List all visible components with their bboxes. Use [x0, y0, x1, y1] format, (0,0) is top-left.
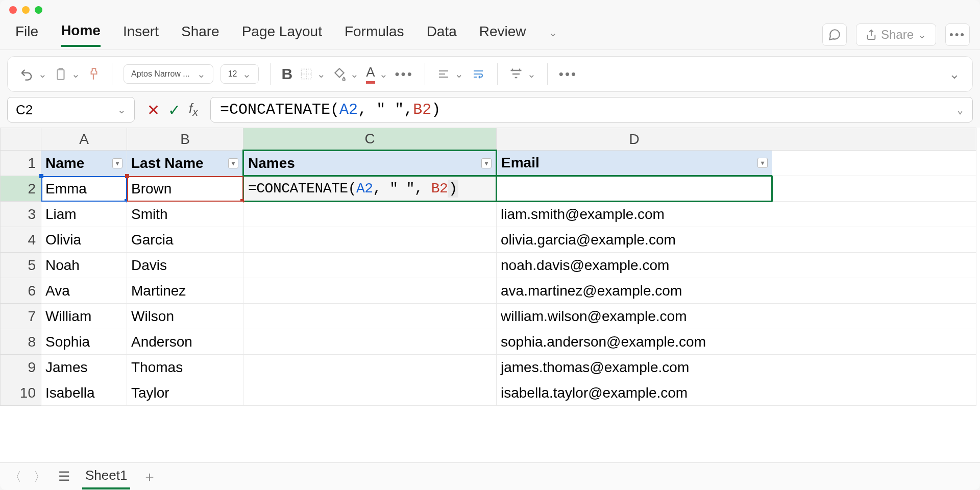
fx-icon[interactable]: fx — [189, 101, 198, 119]
sheet-list-button[interactable]: ☰ — [58, 469, 70, 484]
font-color-button[interactable]: A ⌄ — [366, 64, 387, 84]
cell-D7[interactable]: william.wilson@example.com — [497, 304, 772, 329]
row-header-10[interactable]: 10 — [1, 380, 41, 406]
cell-A1[interactable]: Name▾ — [41, 151, 127, 176]
cell-E4[interactable] — [772, 227, 976, 253]
fill-color-button[interactable]: ⌄ — [333, 67, 359, 81]
row-header-2[interactable]: 2 — [1, 176, 41, 202]
cell-E8[interactable] — [772, 329, 976, 355]
row-header-5[interactable]: 5 — [1, 253, 41, 278]
add-sheet-button[interactable]: ＋ — [142, 467, 157, 486]
cell-A6[interactable]: Ava — [41, 278, 127, 304]
col-header-E[interactable] — [772, 128, 976, 151]
borders-button[interactable]: ⌄ — [300, 67, 326, 81]
row-header-7[interactable]: 7 — [1, 304, 41, 329]
menu-insert[interactable]: Insert — [123, 23, 159, 46]
cell-C10[interactable] — [243, 380, 497, 406]
cell-C2[interactable]: =CONCATENATE(A2, " ", B2) — [243, 176, 497, 202]
cell-D2[interactable] — [497, 176, 772, 202]
format-painter-button[interactable] — [87, 66, 101, 82]
font-selector[interactable]: Aptos Narrow ... ⌄ — [124, 64, 213, 84]
sheet-nav-next[interactable]: 〉 — [34, 469, 46, 485]
cell-B2[interactable]: Brown — [127, 176, 243, 202]
font-more-button[interactable]: ••• — [395, 66, 413, 82]
formula-expand-button[interactable]: ⌄ — [957, 104, 963, 116]
cell-A3[interactable]: Liam — [41, 202, 127, 227]
cell-C1[interactable]: Names▾ — [243, 151, 497, 176]
cell-E1[interactable] — [772, 151, 976, 176]
menu-home[interactable]: Home — [61, 22, 101, 47]
cell-D5[interactable]: noah.davis@example.com — [497, 253, 772, 278]
col-header-B[interactable]: B — [127, 128, 243, 151]
window-close-button[interactable] — [9, 6, 17, 14]
cell-A5[interactable]: Noah — [41, 253, 127, 278]
cell-E2[interactable] — [772, 176, 976, 202]
menu-page-layout[interactable]: Page Layout — [242, 23, 322, 46]
cell-C4[interactable] — [243, 227, 497, 253]
formula-input[interactable]: =CONCATENATE(A2, " ", B2) ⌄ — [210, 97, 973, 122]
filter-icon[interactable]: ▾ — [481, 158, 492, 168]
more-options-button[interactable]: ••• — [945, 23, 970, 46]
cell-C3[interactable] — [243, 202, 497, 227]
cell-A8[interactable]: Sophia — [41, 329, 127, 355]
ribbon-expand-button[interactable]: ⌄ — [949, 66, 960, 82]
row-header-6[interactable]: 6 — [1, 278, 41, 304]
row-header-9[interactable]: 9 — [1, 355, 41, 380]
window-zoom-button[interactable] — [35, 6, 42, 14]
cell-B9[interactable]: Thomas — [127, 355, 243, 380]
sheet-tab-sheet1[interactable]: Sheet1 — [82, 463, 130, 489]
cell-D8[interactable]: sophia.anderson@example.com — [497, 329, 772, 355]
font-size-selector[interactable]: 12 ⌄ — [220, 64, 259, 84]
row-header-1[interactable]: 1 — [1, 151, 41, 176]
cell-C7[interactable] — [243, 304, 497, 329]
cell-B8[interactable]: Anderson — [127, 329, 243, 355]
select-all-corner[interactable] — [1, 128, 41, 151]
ribbon-more-button[interactable]: ••• — [559, 66, 577, 82]
sort-filter-button[interactable]: ⌄ — [509, 67, 536, 81]
cell-C9[interactable] — [243, 355, 497, 380]
cell-D6[interactable]: ava.martinez@example.com — [497, 278, 772, 304]
cell-E6[interactable] — [772, 278, 976, 304]
cell-E7[interactable] — [772, 304, 976, 329]
bold-button[interactable]: B — [282, 65, 293, 83]
row-header-4[interactable]: 4 — [1, 227, 41, 253]
filter-icon[interactable]: ▾ — [757, 158, 768, 168]
menu-data[interactable]: Data — [427, 23, 457, 46]
cell-C5[interactable] — [243, 253, 497, 278]
menu-file[interactable]: File — [15, 23, 38, 46]
cell-D9[interactable]: james.thomas@example.com — [497, 355, 772, 380]
menu-review[interactable]: Review — [479, 23, 526, 46]
cell-D3[interactable]: liam.smith@example.com — [497, 202, 772, 227]
menu-more[interactable]: ⌄ — [549, 23, 557, 46]
cell-C8[interactable] — [243, 329, 497, 355]
cell-B6[interactable]: Martinez — [127, 278, 243, 304]
share-button[interactable]: Share ⌄ — [856, 23, 936, 46]
cell-D10[interactable]: isabella.taylor@example.com — [497, 380, 772, 406]
cell-A9[interactable]: James — [41, 355, 127, 380]
col-header-C[interactable]: C — [243, 128, 497, 151]
cell-A7[interactable]: William — [41, 304, 127, 329]
menu-share[interactable]: Share — [181, 23, 219, 46]
cell-E5[interactable] — [772, 253, 976, 278]
formula-accept-button[interactable]: ✓ — [168, 101, 181, 119]
sheet-grid[interactable]: A B C D 1 Name▾ Last Name▾ Names▾ Email▾… — [0, 128, 980, 462]
cell-E10[interactable] — [772, 380, 976, 406]
wrap-text-button[interactable] — [471, 68, 486, 80]
sheet-nav-prev[interactable]: 〈 — [9, 469, 21, 485]
filter-icon[interactable]: ▾ — [112, 158, 122, 168]
clipboard-button[interactable]: ⌄ — [54, 66, 80, 82]
name-box[interactable]: C2 ⌄ — [7, 97, 135, 122]
filter-icon[interactable]: ▾ — [228, 158, 238, 168]
cell-D1[interactable]: Email▾ — [497, 151, 772, 176]
cell-B4[interactable]: Garcia — [127, 227, 243, 253]
window-minimize-button[interactable] — [22, 6, 30, 14]
comments-button[interactable] — [822, 23, 847, 46]
col-header-A[interactable]: A — [41, 128, 127, 151]
cell-A10[interactable]: Isabella — [41, 380, 127, 406]
cell-B5[interactable]: Davis — [127, 253, 243, 278]
cell-A2[interactable]: Emma — [41, 176, 127, 202]
cell-B1[interactable]: Last Name▾ — [127, 151, 243, 176]
align-button[interactable]: ⌄ — [436, 68, 463, 80]
col-header-D[interactable]: D — [497, 128, 772, 151]
formula-cancel-button[interactable]: ✕ — [147, 101, 160, 119]
